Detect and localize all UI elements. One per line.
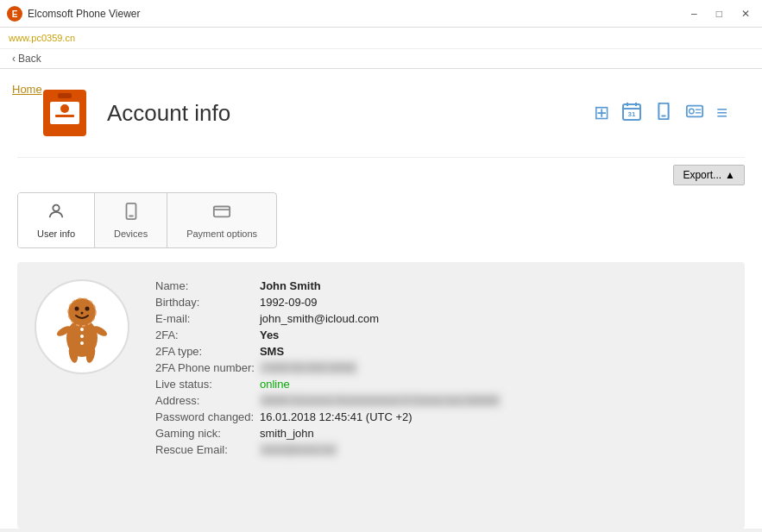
tab-devices-label: Devices — [114, 228, 148, 239]
rescue-email-blurred: xxxx@xxxx.xx — [260, 443, 337, 456]
user-info-tab-icon — [47, 202, 66, 225]
twofa-phone-value: +000 00 000 0000 — [260, 361, 727, 374]
maximize-button[interactable]: □ — [711, 8, 727, 20]
svg-rect-19 — [126, 203, 135, 219]
name-label: Name: — [155, 279, 255, 292]
live-status-label: Live status: — [155, 378, 255, 391]
menu-lines-icon[interactable]: ≡ — [716, 102, 727, 124]
devices-tab-icon — [122, 202, 141, 225]
svg-point-26 — [85, 307, 90, 311]
window-controls: – □ ✕ — [686, 8, 755, 20]
address-blurred: 0000 Xxxxxxx Xxxxxxxxxxx X Xxxxx xxx 000… — [260, 394, 501, 407]
birthday-label: Birthday: — [155, 296, 255, 309]
id-card-icon[interactable] — [685, 102, 704, 125]
svg-rect-5 — [55, 115, 74, 117]
gaming-nick-label: Gaming nick: — [155, 427, 255, 440]
svg-point-27 — [81, 312, 84, 315]
rescue-email-label: Rescue Email: — [155, 443, 255, 456]
phone-icon[interactable] — [654, 102, 673, 125]
svg-point-33 — [80, 335, 84, 338]
tab-payment-label: Payment options — [186, 228, 257, 239]
tab-bar: User info Devices Paymen — [17, 192, 277, 248]
svg-rect-21 — [214, 207, 230, 217]
password-changed-value: 16.01.2018 12:45:41 (UTC +2) — [260, 410, 727, 423]
avatar — [35, 279, 129, 374]
svg-point-25 — [75, 307, 79, 311]
back-label: Back — [18, 53, 41, 65]
app-icon: E — [7, 6, 22, 22]
gaming-nick-value: smith_john — [260, 427, 727, 440]
twofa-type-value: SMS — [260, 345, 727, 358]
page-title: Account info — [107, 100, 230, 127]
twofa-label: 2FA: — [155, 329, 255, 341]
birthday-value: 1992-09-09 — [260, 296, 727, 309]
tab-devices[interactable]: Devices — [95, 193, 167, 247]
grid-icon[interactable]: ⊞ — [594, 102, 609, 124]
sidebar: Home — [0, 72, 104, 105]
twofa-phone-label: 2FA Phone number: — [155, 361, 255, 374]
svg-rect-12 — [659, 103, 669, 118]
svg-point-18 — [53, 205, 59, 211]
close-button[interactable]: ✕ — [736, 8, 755, 20]
twofa-type-label: 2FA type: — [155, 345, 255, 358]
tab-user-info-label: User info — [37, 228, 75, 239]
rescue-email-value: xxxx@xxxx.xx — [260, 443, 727, 456]
address-label: Address: — [155, 394, 255, 407]
tab-payment-options[interactable]: Payment options — [167, 193, 276, 247]
payment-tab-icon — [212, 202, 231, 225]
title-bar: E Elcomsoft Phone Viewer – □ ✕ — [0, 0, 762, 28]
svg-text:E: E — [12, 9, 18, 19]
export-row: Export... ▲ — [17, 158, 745, 192]
export-label: Export... — [683, 169, 721, 181]
avatar-image — [43, 288, 121, 366]
export-button[interactable]: Export... ▲ — [673, 165, 745, 185]
twofa-value: Yes — [260, 329, 727, 341]
address-value: 0000 Xxxxxxx Xxxxxxxxxxx X Xxxxx xxx 000… — [260, 394, 727, 407]
sidebar-home-link[interactable]: Home — [12, 83, 42, 96]
password-changed-label: Password changed: — [155, 410, 255, 423]
svg-text:31: 31 — [628, 110, 636, 118]
email-label: E-mail: — [155, 312, 255, 325]
name-value: John Smith — [260, 279, 727, 292]
window-title: Elcomsoft Phone Viewer — [28, 8, 141, 20]
calendar-icon[interactable]: 31 — [621, 101, 642, 126]
nav-bar: ‹ Back — [0, 49, 762, 69]
live-status-value: online — [260, 378, 727, 391]
svg-point-32 — [80, 328, 84, 331]
promo-bar: www.pc0359.cn — [0, 28, 762, 49]
back-chevron-icon: ‹ — [12, 53, 16, 65]
tab-user-info[interactable]: User info — [18, 193, 95, 247]
page-header: Account info ⊞ 31 — [17, 69, 745, 158]
user-info-table: Name: John Smith Birthday: 1992-09-09 E-… — [155, 279, 727, 456]
header-actions: ⊞ 31 — [594, 101, 727, 126]
email-value: john_smith@icloud.com — [260, 312, 727, 325]
promo-link[interactable]: www.pc0359.cn — [9, 33, 75, 43]
back-button[interactable]: ‹ Back — [12, 53, 41, 65]
minimize-button[interactable]: – — [686, 8, 702, 20]
twofa-phone-blurred: +000 00 000 0000 — [260, 361, 357, 374]
info-panel: Name: John Smith Birthday: 1992-09-09 E-… — [17, 262, 745, 529]
export-dropdown-icon: ▲ — [725, 169, 735, 181]
svg-point-4 — [60, 104, 69, 113]
svg-point-34 — [80, 341, 84, 345]
